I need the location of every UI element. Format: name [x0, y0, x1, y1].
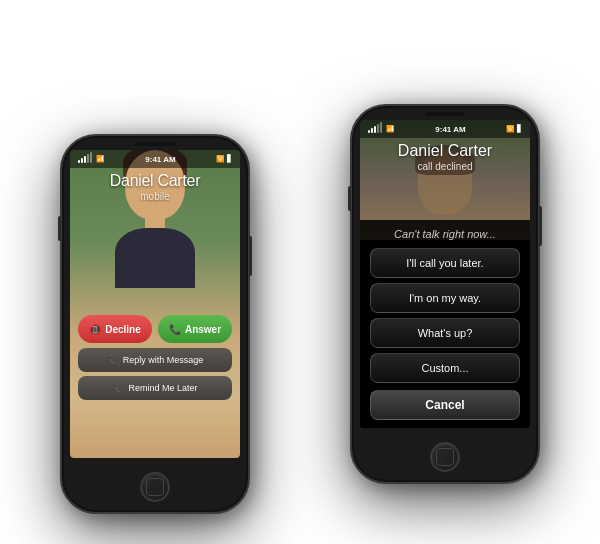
reply-option-3-label: What's up?	[418, 327, 473, 339]
reply-option-3[interactable]: What's up?	[370, 318, 520, 348]
carrier-left: 📶	[96, 155, 105, 163]
decline-label: Decline	[105, 324, 141, 335]
caller-sub-left: mobile	[70, 191, 240, 202]
reply-menu: Can't talk right now... I'll call you la…	[360, 220, 530, 428]
caller-info-left: Daniel Carter mobile	[70, 172, 240, 202]
status-left-right: 📶	[368, 125, 395, 133]
status-right-left: 🛜 ▋	[216, 155, 232, 163]
remind-phone-icon: 📞	[112, 383, 124, 394]
answer-phone-icon: 📞	[169, 324, 181, 335]
reply-message-button[interactable]: 📞 Reply with Message	[78, 348, 232, 372]
screen-left: 📶 9:41 AM 🛜 ▋ Daniel Carter mobile 📵 D	[70, 150, 240, 458]
battery-icon-right: ▋	[517, 125, 522, 133]
reply-option-2[interactable]: I'm on my way.	[370, 283, 520, 313]
wifi-icon: 🛜	[216, 155, 225, 163]
reply-label: Reply with Message	[123, 355, 204, 365]
status-bar-right: 📶 9:41 AM 🛜 ▋	[360, 120, 530, 138]
cancel-button[interactable]: Cancel	[370, 390, 520, 420]
reply-phone-icon: 📞	[107, 355, 119, 366]
home-button-inner-left	[146, 478, 164, 496]
wifi-icon-right: 🛜	[506, 125, 515, 133]
home-button-left[interactable]	[140, 472, 170, 502]
decline-phone-icon: 📵	[89, 324, 101, 335]
status-left: 📶	[78, 155, 105, 163]
time-right: 9:41 AM	[435, 125, 465, 134]
screen-right: 📶 9:41 AM 🛜 ▋ Daniel Carter call decline…	[360, 120, 530, 428]
remind-label: Remind Me Later	[128, 383, 197, 393]
reply-option-4[interactable]: Custom...	[370, 353, 520, 383]
home-button-inner-right	[436, 448, 454, 466]
reply-option-2-label: I'm on my way.	[409, 292, 481, 304]
battery-icon: ▋	[227, 155, 232, 163]
answer-button[interactable]: 📞 Answer	[158, 315, 232, 343]
signal-bars	[78, 155, 92, 163]
remind-later-button[interactable]: 📞 Remind Me Later	[78, 376, 232, 400]
cancel-label: Cancel	[425, 398, 464, 412]
status-bar-left: 📶 9:41 AM 🛜 ▋	[70, 150, 240, 168]
caller-name-right: Daniel Carter	[360, 142, 530, 160]
signal-bars-right	[368, 125, 382, 133]
caller-info-right: Daniel Carter call declined	[360, 142, 530, 172]
home-button-right[interactable]	[430, 442, 460, 472]
caller-name-left: Daniel Carter	[70, 172, 240, 190]
status-right-right: 🛜 ▋	[506, 125, 522, 133]
carrier-right: 📶	[386, 125, 395, 133]
iphone-left: 📶 9:41 AM 🛜 ▋ Daniel Carter mobile 📵 D	[60, 134, 250, 514]
face-body	[115, 228, 195, 288]
decline-button[interactable]: 📵 Decline	[78, 315, 152, 343]
earpiece-left	[135, 142, 175, 146]
time-left: 9:41 AM	[145, 155, 175, 164]
reply-option-4-label: Custom...	[421, 362, 468, 374]
reply-option-1[interactable]: I'll call you later.	[370, 248, 520, 278]
earpiece-right	[425, 112, 465, 116]
decline-answer-row: 📵 Decline 📞 Answer	[78, 315, 232, 343]
answer-label: Answer	[185, 324, 221, 335]
reply-option-1-label: I'll call you later.	[406, 257, 483, 269]
caller-sub-right: call declined	[360, 161, 530, 172]
iphone-right: 📶 9:41 AM 🛜 ▋ Daniel Carter call decline…	[350, 104, 540, 484]
cant-talk-text: Can't talk right now...	[394, 228, 496, 240]
main-scene: 📶 9:41 AM 🛜 ▋ Daniel Carter mobile 📵 D	[0, 0, 600, 544]
call-buttons: 📵 Decline 📞 Answer 📞 Reply with Message …	[70, 315, 240, 404]
